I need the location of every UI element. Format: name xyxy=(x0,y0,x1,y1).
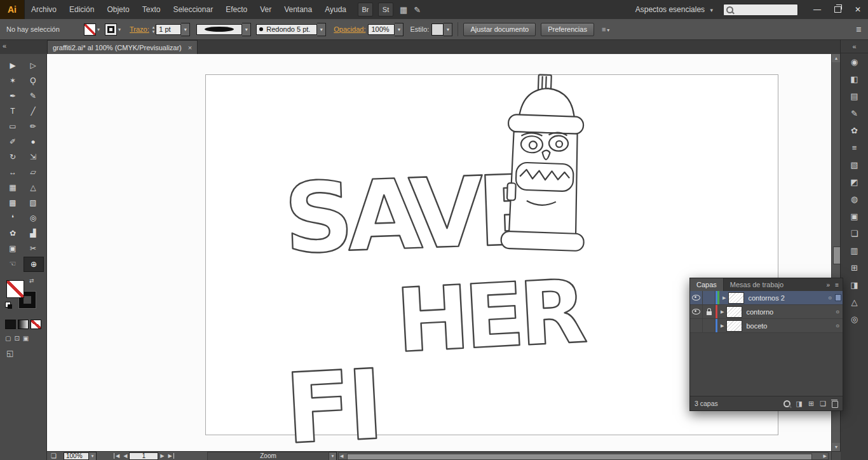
expand-triangle-icon[interactable]: ▶ xyxy=(722,295,726,301)
width-profile-arrow[interactable]: ▾ xyxy=(242,23,251,36)
layer-name[interactable]: contorno xyxy=(742,308,836,316)
direct-selection-tool[interactable]: ▷ xyxy=(24,58,43,72)
artboard-tool[interactable]: ▣ xyxy=(3,241,22,255)
gradient-button[interactable] xyxy=(18,320,29,329)
minimize-button[interactable]: — xyxy=(807,0,827,19)
column-graph-tool[interactable]: ▟ xyxy=(24,226,43,240)
fit-document-button[interactable]: Ajustar documento xyxy=(463,23,536,36)
pathfinder-panel-icon[interactable]: ◨ xyxy=(844,276,865,294)
visibility-toggle[interactable] xyxy=(690,319,703,332)
opacity-link[interactable]: Opacidad: xyxy=(334,25,365,33)
layer-row-contorno[interactable]: ▶contorno○ xyxy=(690,305,843,319)
collapse-panel-icon[interactable]: » xyxy=(827,281,831,288)
scroll-right-icon[interactable]: ▶ xyxy=(824,454,827,459)
menu-efecto[interactable]: Efecto xyxy=(219,0,254,19)
brushes-panel-icon[interactable]: ✎ xyxy=(844,105,865,122)
artboards-panel-icon[interactable]: ▥ xyxy=(844,242,865,259)
type-tool[interactable]: T xyxy=(3,104,22,118)
stroke-weight-field[interactable] xyxy=(156,24,181,35)
draw-inside-icon[interactable]: ▣ xyxy=(23,335,29,342)
lasso-tool[interactable]: Ǫ xyxy=(24,74,43,88)
next-artboard-icon[interactable]: ▶ xyxy=(160,453,164,459)
lock-toggle[interactable] xyxy=(703,305,715,318)
navigator-panel-icon[interactable]: △ xyxy=(844,294,865,311)
select-similar-icon[interactable]: ≡▾ xyxy=(602,25,611,33)
add-anchor-point-tool[interactable]: ✎ xyxy=(24,89,43,103)
horizontal-scroll-thumb[interactable] xyxy=(347,454,812,460)
transparency-panel-icon[interactable]: ◩ xyxy=(844,173,865,191)
style-swatch[interactable] xyxy=(431,24,444,36)
gradient-panel-icon[interactable]: ▧ xyxy=(844,156,865,173)
graphic-styles-panel-icon[interactable]: ▣ xyxy=(844,208,865,225)
target-circle-icon[interactable]: ○ xyxy=(836,308,839,315)
brush-definition-arrow[interactable]: ▾ xyxy=(317,23,326,36)
rotate-tool[interactable]: ↻ xyxy=(3,150,22,164)
brush-definition-dropdown[interactable]: Redondo 5 pt. xyxy=(256,24,317,35)
make-clip-mask-icon[interactable]: ◨ xyxy=(796,400,803,408)
scroll-left-icon[interactable]: ◀ xyxy=(340,454,343,459)
prev-artboard-icon[interactable]: ◀ xyxy=(123,453,127,459)
stock-button[interactable]: St xyxy=(378,3,393,17)
color-guide-panel-icon[interactable]: ◧ xyxy=(844,71,865,88)
symbol-sprayer-tool[interactable]: ✿ xyxy=(3,226,22,240)
draw-behind-icon[interactable]: ⊡ xyxy=(14,335,19,342)
hand-tool[interactable]: ☜ xyxy=(3,257,22,271)
tab-mesas-de-trabajo[interactable]: Mesas de trabajo xyxy=(724,281,790,288)
stroke-panel-icon[interactable]: ≡ xyxy=(844,139,865,156)
eyedropper-tool[interactable]: ❛ xyxy=(3,211,22,225)
visibility-toggle[interactable] xyxy=(690,305,703,318)
menu-seleccionar[interactable]: Seleccionar xyxy=(166,0,219,19)
menu-ayuda[interactable]: Ayuda xyxy=(318,0,353,19)
perspective-grid-tool[interactable]: △ xyxy=(24,180,43,194)
fill-swatch[interactable] xyxy=(84,24,96,36)
new-layer-icon[interactable]: ❏ xyxy=(820,400,826,408)
align-panel-icon[interactable]: ⊞ xyxy=(844,259,865,276)
layer-row-contornos-2[interactable]: ▶contornos 2○ xyxy=(690,291,843,305)
control-panel-flyout-icon[interactable]: ≣ xyxy=(856,25,862,34)
stroke-stepper[interactable]: ▴▾ xyxy=(153,25,155,34)
delete-layer-icon[interactable] xyxy=(832,401,838,408)
visibility-toggle[interactable] xyxy=(690,291,703,304)
fill-color-swatch[interactable] xyxy=(6,280,24,298)
menu-objeto[interactable]: Objeto xyxy=(100,0,135,19)
default-fill-stroke-icon[interactable] xyxy=(5,302,11,308)
menu-ver[interactable]: Ver xyxy=(254,0,278,19)
slice-tool[interactable]: ✂ xyxy=(24,241,43,255)
paintbrush-tool[interactable]: ✏ xyxy=(24,119,43,133)
menu-ventana[interactable]: Ventana xyxy=(278,0,318,19)
status-display-dropdown[interactable]: ▾ xyxy=(329,452,337,460)
workspace-switcher[interactable]: Aspectos esenciales ▾ xyxy=(635,5,713,14)
stroke-swatch[interactable] xyxy=(105,24,117,36)
menu-texto[interactable]: Texto xyxy=(136,0,167,19)
artboard-number-field[interactable] xyxy=(129,452,158,460)
menu-archivo[interactable]: Archivo xyxy=(25,0,63,19)
symbols-panel-icon[interactable]: ✿ xyxy=(844,122,865,139)
target-circle-icon[interactable]: ○ xyxy=(836,322,839,329)
width-profile-dropdown[interactable] xyxy=(196,24,242,35)
shape-builder-tool[interactable]: ▦ xyxy=(3,180,22,194)
new-sublayer-icon[interactable]: ⊞ xyxy=(808,400,814,408)
zoom-dropdown-icon[interactable]: ▾ xyxy=(89,452,97,460)
mesh-tool[interactable]: ▩ xyxy=(3,196,22,210)
bridge-button[interactable]: Br xyxy=(358,3,373,17)
first-artboard-icon[interactable]: ◀ xyxy=(114,453,119,459)
gradient-tool[interactable]: ▧ xyxy=(24,196,43,210)
expand-triangle-icon[interactable]: ▶ xyxy=(721,309,724,315)
last-artboard-icon[interactable]: ▶ xyxy=(168,453,173,459)
magic-wand-tool[interactable]: ✶ xyxy=(3,74,22,88)
rectangle-tool[interactable]: ▭ xyxy=(3,119,22,133)
stroke-weight-dropdown[interactable]: ▾ xyxy=(181,23,190,36)
appearance-panel-icon[interactable]: ◍ xyxy=(844,191,865,208)
search-input[interactable] xyxy=(736,5,793,15)
target-circle-icon[interactable]: ○ xyxy=(828,294,832,301)
pencil-tool[interactable]: ✐ xyxy=(3,135,22,149)
opacity-field[interactable] xyxy=(368,24,395,35)
horizontal-scrollbar[interactable]: ◀ ▶ xyxy=(338,452,829,460)
blob-brush-tool[interactable]: ● xyxy=(24,135,43,149)
color-panel-icon[interactable]: ◉ xyxy=(844,53,865,71)
swap-fill-stroke-icon[interactable]: ⇄ xyxy=(29,278,34,284)
close-button[interactable]: ✕ xyxy=(848,0,868,19)
scroll-down-icon[interactable]: ▼ xyxy=(832,443,841,451)
stroke-link[interactable]: Trazo: xyxy=(130,25,149,33)
opacity-dropdown[interactable]: ▾ xyxy=(395,23,403,36)
